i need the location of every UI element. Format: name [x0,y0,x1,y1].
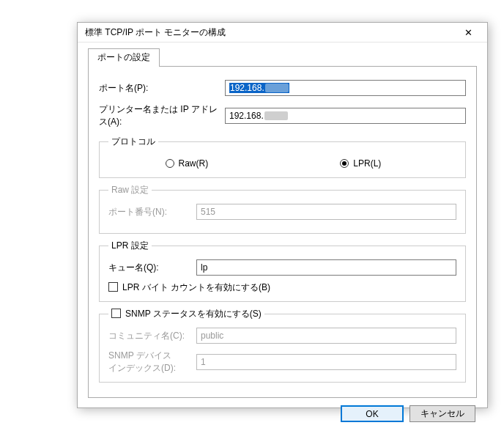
tab-page: ポート名(P): 192.168. プリンター名または IP アドレス(A): … [88,66,477,398]
cancel-label: キャンセル [420,407,464,420]
port-name-input[interactable]: 192.168. [225,80,466,96]
ok-label: OK [366,409,378,419]
radio-icon [340,159,349,168]
checkbox-icon [108,282,118,292]
row-printer: プリンター名または IP アドレス(A): 192.168. [99,103,466,128]
radio-raw-label: Raw(R) [179,158,209,169]
snmp-index-label: SNMP デバイス インデックス(D): [108,350,196,374]
port-name-label: ポート名(P): [99,82,225,95]
group-raw: Raw 設定 ポート番号(N): [99,184,466,234]
radio-lpr[interactable]: LPR(L) [265,158,456,169]
close-icon: ✕ [464,27,472,38]
lpr-bytecount-label: LPR バイト カウントを有効にする(B) [122,282,270,292]
cancel-button[interactable]: キャンセル [410,405,475,422]
raw-port-number-label: ポート番号(N): [108,206,196,218]
radio-lpr-label: LPR(L) [353,158,381,169]
lpr-queue-label: キュー名(Q): [108,262,196,274]
printer-value-prefix: 192.168. [229,111,264,121]
printer-value-redacted [264,111,288,120]
group-protocol: プロトコル Raw(R) LPR(L) [99,136,466,178]
group-lpr: LPR 設定 キュー名(Q): LPR バイト カウントを有効にする(B) [99,240,466,302]
ok-button[interactable]: OK [341,405,404,422]
snmp-community-input [196,328,456,344]
lpr-legend: LPR 設定 [108,240,152,252]
row-port-name: ポート名(P): 192.168. [99,80,466,96]
printer-input[interactable]: 192.168. [225,108,466,124]
window-title: 標準 TCP/IP ポート モニターの構成 [85,26,453,39]
snmp-enable-label: SNMP ステータスを有効にする(S) [125,309,262,319]
snmp-community-label: コミュニティ名(C): [108,330,196,342]
tab-label: ポートの設定 [97,52,150,62]
lpr-bytecount-checkbox[interactable]: LPR バイト カウントを有効にする(B) [108,281,270,294]
port-name-value-redacted [265,84,289,92]
raw-port-number-input [196,204,456,220]
radio-icon [166,159,174,168]
lpr-queue-input[interactable] [196,259,456,276]
dialog-window: 標準 TCP/IP ポート モニターの構成 ✕ ポートの設定 ポート名(P): … [77,22,488,408]
raw-legend: Raw 設定 [108,184,152,196]
snmp-index-input [196,354,456,370]
button-bar: OK キャンセル [88,398,477,422]
group-snmp: SNMP ステータスを有効にする(S) コミュニティ名(C): SNMP デバイ… [99,308,466,383]
snmp-enable-checkbox[interactable]: SNMP ステータスを有効にする(S) [111,309,262,319]
tab-strip: ポートの設定 [88,50,477,66]
tab-port-settings[interactable]: ポートの設定 [88,48,160,67]
port-name-value-prefix: 192.168. [230,83,264,93]
radio-raw[interactable]: Raw(R) [108,158,265,169]
titlebar: 標準 TCP/IP ポート モニターの構成 ✕ [78,23,487,43]
client-area: ポートの設定 ポート名(P): 192.168. プリンター名または IP アド… [78,43,487,428]
printer-label: プリンター名または IP アドレス(A): [99,103,225,128]
close-button[interactable]: ✕ [453,23,483,42]
protocol-legend: プロトコル [108,136,158,148]
checkbox-icon [111,309,121,318]
